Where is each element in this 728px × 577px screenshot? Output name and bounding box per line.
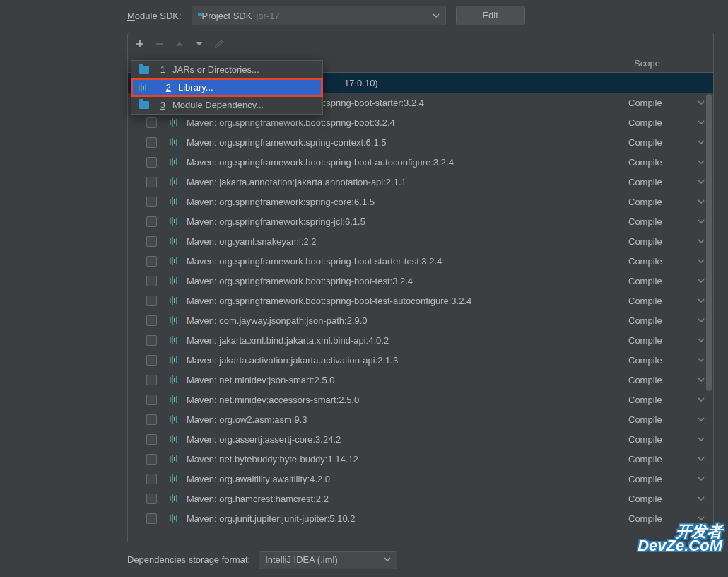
library-icon [170,217,181,226]
scope-cell[interactable]: Compile [628,414,713,425]
dependency-row[interactable]: Maven: com.jayway.jsonpath:json-path:2.9… [128,310,713,330]
dependency-row[interactable]: Maven: jakarta.annotation:jakarta.annota… [128,172,713,192]
dependency-label: Maven: org.springframework:spring-contex… [187,137,387,148]
scope-cell[interactable]: Compile [628,296,713,306]
dependency-row[interactable]: Maven: org.yaml:snakeyaml:2.2Compile [128,231,713,251]
dependency-row[interactable]: Maven: org.ow2.asm:asm:9.3Compile [128,409,713,429]
export-checkbox[interactable] [146,296,157,306]
export-checkbox[interactable] [146,355,157,366]
dependency-row[interactable]: Maven: org.springframework:spring-core:6… [128,192,713,211]
folder-icon [139,101,150,109]
move-down-button[interactable] [193,37,206,50]
chevron-down-icon [698,315,705,326]
storage-format-dropdown[interactable]: IntelliJ IDEA (.iml) [259,551,397,569]
scope-cell[interactable]: Compile [628,474,713,484]
scope-cell[interactable]: Compile [628,434,713,445]
add-button[interactable] [134,37,146,50]
export-checkbox[interactable] [146,276,157,286]
export-checkbox[interactable] [146,117,157,128]
export-checkbox[interactable] [146,494,157,504]
dependency-row[interactable]: Maven: org.springframework:spring-jcl:6.… [128,211,713,231]
library-icon [170,415,181,424]
scope-cell[interactable]: Compile [628,315,713,326]
storage-format-value: IntelliJ IDEA (.iml) [265,554,338,565]
sdk-dropdown[interactable]: Project SDK jbr-17 [192,6,446,25]
remove-button[interactable] [153,37,166,50]
scope-value: Compile [628,236,662,247]
dependency-row[interactable]: Maven: org.junit.jupiter:junit-jupiter:5… [128,508,713,528]
dependency-row[interactable]: Maven: jakarta.xml.bind:jakarta.xml.bind… [128,330,713,350]
export-checkbox[interactable] [146,375,157,385]
dependency-row[interactable]: Maven: net.minidev:accessors-smart:2.5.0… [128,390,713,409]
export-checkbox[interactable] [146,395,157,405]
dependency-row[interactable]: Maven: net.bytebuddy:byte-buddy:1.14.12C… [128,449,713,469]
scope-cell[interactable]: Compile [628,117,713,128]
export-checkbox[interactable] [146,315,157,326]
export-checkbox[interactable] [146,137,157,148]
dependency-row[interactable]: Maven: org.assertj:assertj-core:3.24.2Co… [128,429,713,449]
export-checkbox[interactable] [146,236,157,247]
scope-cell[interactable]: Compile [628,98,713,108]
scope-cell[interactable]: Compile [628,197,713,207]
dependency-row[interactable]: Maven: org.hamcrest:hamcrest:2.2Compile [128,489,713,508]
export-checkbox[interactable] [146,474,157,484]
scope-cell[interactable]: Compile [628,276,713,286]
popup-item-label: JARs or Directories... [172,64,259,75]
export-checkbox[interactable] [146,454,157,465]
dependency-row[interactable]: Maven: org.awaitility:awaitility:4.2.0Co… [128,469,713,489]
export-checkbox[interactable] [146,197,157,207]
scope-cell[interactable]: Compile [628,236,713,247]
library-icon [170,494,181,503]
storage-format-label: Dependencies storage format: [127,554,250,565]
scope-cell[interactable]: Compile [628,355,713,366]
export-checkbox[interactable] [146,513,157,524]
library-icon [170,276,181,285]
chevron-down-icon [698,157,705,168]
edit-icon[interactable] [213,37,225,50]
chevron-down-icon [698,117,705,128]
scope-cell[interactable]: Compile [628,216,713,227]
scope-cell[interactable]: Compile [628,375,713,385]
dependency-row[interactable]: Maven: org.springframework.boot:spring-b… [128,251,713,271]
export-checkbox[interactable] [146,335,157,346]
scope-cell[interactable]: Compile [628,137,713,148]
export-checkbox[interactable] [146,216,157,227]
dependency-row[interactable]: Maven: org.springframework.boot:spring-b… [128,271,713,291]
chevron-down-icon [698,137,705,148]
library-icon [170,177,181,186]
dependency-row[interactable]: Maven: org.springframework.boot:spring-b… [128,112,713,132]
scrollbar[interactable] [706,94,712,391]
module-sdk-label: Module SDK: [127,11,182,21]
scope-cell[interactable]: Compile [628,494,713,504]
dependency-row[interactable]: Maven: org.springframework.boot:spring-b… [128,152,713,172]
popup-item-label: Library... [178,82,213,93]
dependency-label: Maven: org.springframework.boot:spring-b… [187,117,395,128]
scope-cell[interactable]: Compile [628,256,713,267]
library-icon [170,118,181,127]
scope-cell[interactable]: Compile [628,157,713,168]
dependency-row[interactable]: Maven: org.springframework.boot:spring-b… [128,291,713,310]
scope-cell[interactable]: Compile [628,395,713,405]
chevron-down-icon [698,98,705,108]
library-icon [170,158,181,166]
export-checkbox[interactable] [146,256,157,267]
dependency-row[interactable]: Maven: jakarta.activation:jakarta.activa… [128,350,713,370]
export-checkbox[interactable] [146,177,157,187]
popup-item-library[interactable]: 2Library... [131,78,322,96]
library-icon [170,375,181,384]
export-checkbox[interactable] [146,414,157,425]
scope-cell[interactable]: Compile [628,454,713,465]
scope-cell[interactable]: Compile [628,177,713,187]
export-checkbox[interactable] [146,157,157,168]
chevron-down-icon [433,11,440,21]
dependency-row[interactable]: Maven: org.springframework:spring-contex… [128,132,713,152]
export-checkbox[interactable] [146,434,157,445]
popup-item-module-dependency[interactable]: 3Module Dependency... [131,96,322,114]
library-icon [170,296,181,305]
edit-button[interactable]: Edit [456,6,525,25]
scope-cell[interactable]: Compile [628,335,713,346]
move-up-button[interactable] [173,37,186,50]
popup-item-jars-or-directories[interactable]: 1JARs or Directories... [131,61,322,78]
add-popup-menu: 1JARs or Directories...2Library...3Modul… [131,60,323,115]
dependency-row[interactable]: Maven: net.minidev:json-smart:2.5.0Compi… [128,370,713,390]
